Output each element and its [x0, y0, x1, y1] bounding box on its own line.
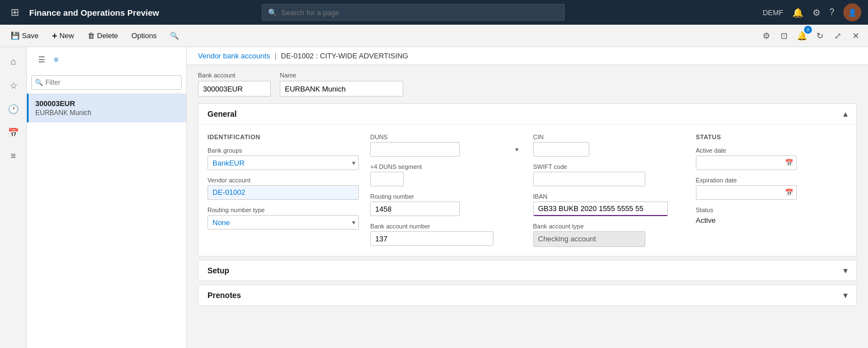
bank-groups-label: Bank groups [207, 147, 359, 154]
delete-button[interactable]: 🗑 Delete [81, 28, 124, 44]
identification-label: IDENTIFICATION [207, 134, 359, 140]
search-input[interactable] [281, 8, 558, 17]
filter-icon: 🔍 [35, 79, 43, 86]
form-top-area: Bank account Name General ▴ IDENTIFIC [187, 65, 868, 316]
cin-input[interactable] [533, 142, 589, 157]
vendor-account-link[interactable]: DE-01002 [207, 185, 359, 200]
identification-column: IDENTIFICATION Bank groups BankEUR [207, 134, 359, 247]
name-input[interactable] [280, 81, 403, 97]
new-button[interactable]: + New [46, 28, 80, 44]
sidebar-item-workspaces[interactable]: 📅 [3, 122, 24, 143]
name-label: Name [280, 72, 403, 79]
breadcrumb: Vendor bank accounts | DE-01002 : CITY-W… [187, 47, 868, 65]
bank-account-number-input[interactable] [370, 231, 493, 246]
app-grid-icon[interactable]: ⊞ [7, 4, 22, 20]
list-view-icon[interactable]: ≡ [54, 55, 58, 64]
iban-field: IBAN [533, 193, 685, 216]
duns-field: DUNS [370, 134, 521, 157]
vendor-account-field: Vendor account DE-01002 [207, 177, 359, 200]
status-value: Active [696, 215, 847, 226]
toolbar-right: ⚙ ⊡ 🔔 0 ↻ ⤢ ✕ [758, 28, 864, 44]
notification-icon[interactable]: 🔔 [792, 7, 804, 18]
cin-fields: CIN SWIFT code IBAN [533, 134, 685, 247]
duns-column: DUNS +4 DUNS segment [370, 134, 521, 247]
plus4-duns-label: +4 DUNS segment [370, 163, 521, 170]
open-new-tab-icon[interactable]: ⤢ [830, 28, 846, 44]
routing-number-input[interactable] [370, 202, 460, 216]
list-item[interactable]: 300003EUR EURBANK Munich [27, 94, 186, 122]
search-icon: 🔍 [268, 8, 277, 17]
duns-label: DUNS [370, 134, 521, 140]
list-item-code: 300003EUR [35, 99, 179, 108]
options-button[interactable]: Options [126, 28, 163, 44]
plus4-duns-field: +4 DUNS segment [370, 163, 521, 186]
help-icon[interactable]: ? [829, 7, 834, 17]
general-section-label: General [207, 109, 237, 118]
main-layout: ⌂ ☆ 🕐 📅 ≡ ☰ ≡ 🔍 300003EUR EURBANK Munich… [0, 47, 868, 348]
breadcrumb-parent[interactable]: Vendor bank accounts [198, 52, 270, 60]
active-date-label: Active date [696, 147, 847, 154]
prenotes-collapse-icon[interactable]: ▾ [843, 291, 847, 300]
duns-fields: DUNS +4 DUNS segment [370, 134, 521, 246]
expiration-date-calendar-icon[interactable]: 📅 [785, 189, 793, 196]
filter-input[interactable] [31, 75, 182, 90]
sidebar-item-list[interactable]: ≡ [3, 146, 24, 166]
bank-account-field: Bank account [198, 72, 271, 97]
routing-number-type-select[interactable]: None [207, 215, 359, 230]
setup-section-header[interactable]: Setup ▾ [198, 260, 856, 281]
list-filter-area: 🔍 [27, 72, 186, 94]
top-navbar: ⊞ Finance and Operations Preview 🔍 DEMF … [0, 0, 868, 25]
avatar[interactable]: 👤 [843, 3, 861, 21]
bank-account-type-value: Checking account [533, 231, 645, 247]
settings-icon[interactable]: ⚙ [812, 7, 820, 18]
bank-account-type-label: Bank account type [533, 223, 685, 230]
general-section-content: IDENTIFICATION Bank groups BankEUR [198, 125, 856, 256]
routing-number-type-label: Routing number type [207, 207, 359, 213]
prenotes-section: Prenotes ▾ [198, 285, 857, 306]
toolbar: 💾 Save + New 🗑 Delete Options 🔍 ⚙ ⊡ 🔔 0 … [0, 25, 868, 47]
prenotes-section-header[interactable]: Prenotes ▾ [198, 285, 856, 305]
setup-section: Setup ▾ [198, 260, 857, 281]
expiration-date-input[interactable] [696, 185, 797, 200]
filter-toggle-icon[interactable]: ☰ [31, 49, 52, 70]
sidebar-item-favorites[interactable]: ☆ [3, 75, 24, 95]
sidebar-item-recent[interactable]: 🕐 [3, 99, 24, 119]
notification-count-icon[interactable]: 🔔 0 [794, 28, 810, 44]
sidebar-item-home[interactable]: ⌂ [3, 52, 24, 72]
swift-code-input[interactable] [533, 172, 645, 186]
cin-field: CIN [533, 134, 685, 157]
cin-column: CIN SWIFT code IBAN [533, 134, 685, 247]
general-section: General ▴ IDENTIFICATION Bank groups [198, 103, 857, 257]
filter-search-icon: 🔍 [170, 31, 179, 40]
plus4-duns-input[interactable] [370, 172, 404, 186]
filter-input-wrap: 🔍 [31, 75, 182, 90]
duns-select[interactable] [370, 142, 460, 157]
bank-groups-select[interactable]: BankEUR [207, 155, 359, 170]
list-panel: ☰ ≡ 🔍 300003EUR EURBANK Munich [27, 47, 187, 348]
bank-groups-select-wrap: BankEUR [207, 155, 359, 170]
iban-label: IBAN [533, 193, 685, 200]
setup-collapse-icon[interactable]: ▾ [843, 266, 847, 275]
refresh-icon[interactable]: ↻ [812, 28, 828, 44]
bank-account-number-field: Bank account number [370, 223, 521, 246]
bank-account-input[interactable] [198, 81, 271, 97]
active-date-calendar-icon[interactable]: 📅 [785, 159, 793, 167]
general-collapse-icon[interactable]: ▴ [843, 109, 847, 118]
active-date-field: Active date 📅 [696, 147, 847, 170]
search-filter-button[interactable]: 🔍 [164, 28, 185, 44]
expiration-date-label: Expiration date [696, 177, 847, 184]
active-date-input[interactable] [696, 155, 797, 170]
search-bar[interactable]: 🔍 [262, 4, 565, 21]
personalize-icon[interactable]: ⚙ [758, 28, 774, 44]
app-title: Finance and Operations Preview [29, 8, 159, 17]
cin-label: CIN [533, 134, 685, 140]
iban-input[interactable] [533, 202, 668, 216]
split-view-icon[interactable]: ⊡ [776, 28, 792, 44]
status-field-label: Status [696, 207, 847, 213]
routing-number-type-select-wrap: None [207, 215, 359, 230]
swift-code-label: SWIFT code [533, 163, 685, 170]
save-button[interactable]: 💾 Save [4, 28, 45, 44]
general-section-header[interactable]: General ▴ [198, 104, 856, 125]
close-icon[interactable]: ✕ [848, 28, 864, 44]
duns-select-wrap [370, 142, 521, 157]
